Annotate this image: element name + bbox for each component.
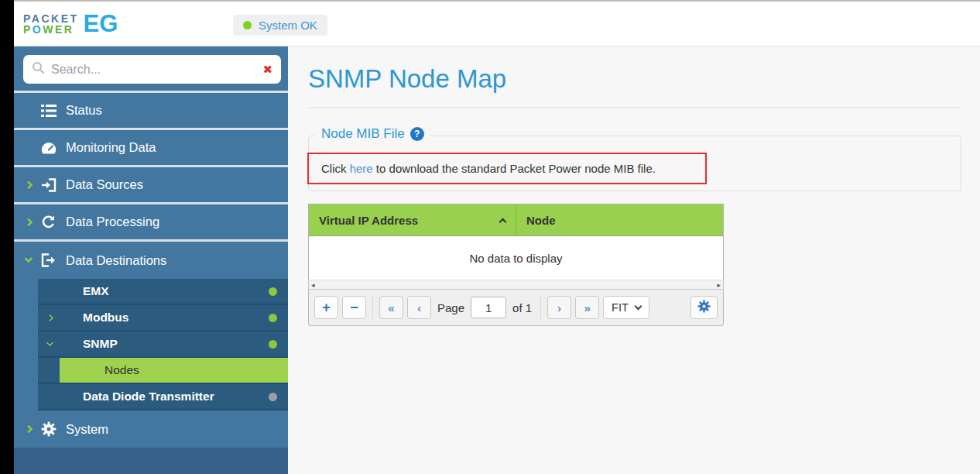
submenu-item-label: Data Diode Transmitter xyxy=(83,390,214,404)
chevron-right-icon xyxy=(43,315,56,321)
sidebar-item-label: Status xyxy=(66,103,102,118)
system-status-label: System OK xyxy=(259,19,317,32)
submenu-item-label: Nodes xyxy=(105,363,139,377)
next-page-button[interactable]: › xyxy=(547,296,571,319)
sidebar-item-label: System xyxy=(66,422,108,437)
clear-search-icon[interactable]: ✖ xyxy=(262,64,272,75)
prev-page-button[interactable]: ‹ xyxy=(407,296,431,319)
logo-eg-text: EG xyxy=(84,10,118,38)
sign-out-icon xyxy=(38,253,59,267)
node-mib-file-legend: Node MIB File ? xyxy=(315,126,430,142)
refresh-icon xyxy=(38,215,59,229)
node-map-table: Virtual IP Address Node No data to displ… xyxy=(308,204,724,326)
table-toolbar: + − « ‹ Page of 1 › » FIT xyxy=(308,290,724,326)
logo-packet-text: PACKET xyxy=(23,13,79,24)
add-row-button[interactable]: + xyxy=(314,296,338,319)
column-header-virtual-ip-address[interactable]: Virtual IP Address xyxy=(309,204,516,235)
search-box[interactable]: ✖ xyxy=(23,55,281,84)
sidebar-nav: Status Monitoring Data Data Sources xyxy=(14,91,288,448)
annotation-highlight-box: Click here to download the standard Pack… xyxy=(307,153,707,184)
table-settings-button[interactable] xyxy=(690,296,718,319)
monitoring-gauge-icon xyxy=(38,141,59,155)
page-size-select[interactable]: FIT xyxy=(603,296,649,319)
submenu-item-snmp[interactable]: SNMP xyxy=(38,331,288,358)
empty-message: No data to display xyxy=(469,252,562,265)
selected-highlight: Nodes xyxy=(60,358,288,383)
submenu-item-label: EMX xyxy=(83,284,109,298)
top-bar: PACKET POWER EG System OK xyxy=(14,0,980,46)
search-input[interactable] xyxy=(51,63,256,77)
chevron-down-icon xyxy=(634,303,642,311)
title-divider xyxy=(308,107,961,108)
toolbar-divider xyxy=(540,296,541,319)
submenu-item-label: Modbus xyxy=(83,311,128,325)
gear-icon xyxy=(38,421,59,437)
system-status-badge: System OK xyxy=(233,15,327,36)
sidebar-search-area: ✖ xyxy=(14,46,288,91)
data-destinations-submenu: EMX Modbus SNMP xyxy=(14,279,288,410)
chevron-right-icon xyxy=(22,182,36,188)
chevron-right-icon xyxy=(22,219,36,225)
submenu-item-data-diode-transmitter[interactable]: Data Diode Transmitter xyxy=(38,384,288,410)
table-header-row: Virtual IP Address Node xyxy=(308,204,724,236)
page-of-label: of 1 xyxy=(512,301,532,314)
sidebar-item-data-destinations[interactable]: Data Destinations xyxy=(14,242,288,279)
page-label: Page xyxy=(437,301,464,314)
search-icon xyxy=(32,61,45,77)
sidebar-item-data-processing[interactable]: Data Processing xyxy=(14,204,288,242)
submenu-item-emx[interactable]: EMX xyxy=(38,279,288,305)
submenu-item-nodes-selected[interactable]: Nodes xyxy=(38,358,288,384)
sidebar-item-label: Data Processing xyxy=(66,215,159,229)
app-window: PACKET POWER EG System OK ✖ xyxy=(0,0,980,474)
scroll-left-icon[interactable]: ◂ xyxy=(311,281,315,289)
page-number-input[interactable] xyxy=(471,297,506,318)
status-list-icon xyxy=(38,104,59,118)
horizontal-scrollbar[interactable]: ◂ ▸ xyxy=(308,280,724,290)
packet-power-eg-logo: PACKET POWER EG xyxy=(23,10,118,38)
sign-in-icon xyxy=(38,178,59,192)
download-mib-link[interactable]: here xyxy=(350,162,373,175)
logo-power-text: POWER xyxy=(23,24,79,35)
submenu-indent xyxy=(38,358,60,383)
sidebar-item-label: Data Destinations xyxy=(66,253,166,268)
status-dot-green xyxy=(269,340,277,349)
chevron-down-icon xyxy=(43,343,56,345)
help-icon[interactable]: ? xyxy=(410,127,424,141)
scroll-right-icon[interactable]: ▸ xyxy=(717,281,721,289)
column-header-node[interactable]: Node xyxy=(516,204,723,235)
page-title: SNMP Node Map xyxy=(308,64,961,94)
mib-text-after: to download the standard Packet Power no… xyxy=(373,162,656,175)
status-dot-gray xyxy=(269,393,277,401)
toolbar-divider xyxy=(372,296,373,319)
sidebar: ✖ Status Monitoring Data xyxy=(14,46,288,474)
legend-label: Node MIB File xyxy=(321,126,405,142)
first-page-button[interactable]: « xyxy=(379,296,403,319)
logo-o-mark: O xyxy=(33,23,43,36)
remove-row-button[interactable]: − xyxy=(342,296,366,319)
mib-text-before: Click xyxy=(321,162,350,175)
sidebar-item-label: Monitoring Data xyxy=(66,140,156,155)
table-empty-row: No data to display xyxy=(308,236,724,280)
node-mib-file-section: Node MIB File ? Click here to download t… xyxy=(308,136,961,191)
sidebar-item-status[interactable]: Status xyxy=(14,93,288,130)
sidebar-item-label: Data Sources xyxy=(66,177,143,192)
chevron-down-icon xyxy=(22,259,36,262)
sidebar-item-monitoring-data[interactable]: Monitoring Data xyxy=(14,130,288,167)
sidebar-item-system[interactable]: System xyxy=(14,410,288,448)
status-dot-green xyxy=(269,314,277,322)
submenu-item-label: SNMP xyxy=(83,337,118,351)
status-dot-green xyxy=(269,287,277,296)
main-content: SNMP Node Map Node MIB File ? Click here… xyxy=(288,47,980,474)
sidebar-item-data-sources[interactable]: Data Sources xyxy=(14,167,288,204)
sort-asc-icon xyxy=(499,218,507,225)
gear-icon xyxy=(697,300,711,315)
sidebar-footer-strip xyxy=(14,448,288,474)
submenu-item-modbus[interactable]: Modbus xyxy=(38,305,288,331)
chevron-right-icon xyxy=(22,426,36,432)
logo-wordmark: PACKET POWER xyxy=(23,13,79,35)
system-status-dot xyxy=(243,21,252,29)
last-page-button[interactable]: » xyxy=(575,296,599,319)
left-edge-strip xyxy=(0,0,14,474)
